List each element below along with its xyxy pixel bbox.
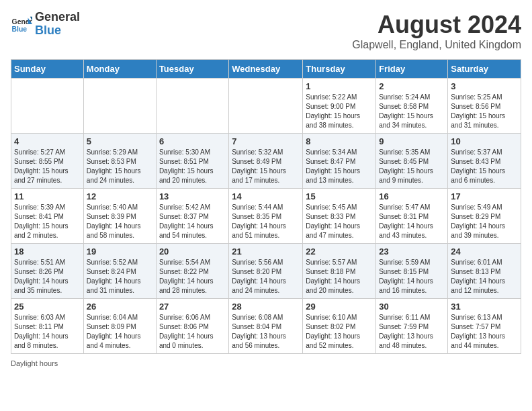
day-info: Sunrise: 5:29 AM Sunset: 8:53 PM Dayligh…: [87, 148, 153, 185]
day-number: 22: [306, 246, 373, 257]
day-info: Sunrise: 5:45 AM Sunset: 8:33 PM Dayligh…: [306, 203, 373, 240]
day-info: Sunrise: 5:35 AM Sunset: 8:45 PM Dayligh…: [379, 148, 445, 185]
calendar-week-2: 4Sunrise: 5:27 AM Sunset: 8:55 PM Daylig…: [11, 134, 521, 189]
day-number: 23: [379, 246, 445, 257]
calendar-cell: 1Sunrise: 5:22 AM Sunset: 9:00 PM Daylig…: [303, 79, 376, 134]
day-number: 25: [14, 302, 81, 312]
calendar-cell: 24Sunrise: 6:01 AM Sunset: 8:13 PM Dayli…: [448, 244, 521, 299]
day-number: 5: [87, 136, 153, 146]
calendar-cell: 27Sunrise: 6:06 AM Sunset: 8:06 PM Dayli…: [156, 299, 228, 354]
day-info: Sunrise: 5:59 AM Sunset: 8:15 PM Dayligh…: [379, 258, 445, 295]
day-number: 20: [159, 246, 226, 257]
title-block: August 2024 Glapwell, England, United Ki…: [352, 11, 521, 51]
day-number: 3: [451, 81, 518, 91]
svg-text:Blue: Blue: [12, 26, 28, 33]
calendar-week-4: 18Sunrise: 5:51 AM Sunset: 8:26 PM Dayli…: [11, 244, 521, 299]
day-info: Sunrise: 5:47 AM Sunset: 8:31 PM Dayligh…: [379, 203, 445, 240]
weekday-header-monday: Monday: [83, 60, 156, 79]
month-title: August 2024: [352, 11, 521, 39]
calendar-cell: 30Sunrise: 6:11 AM Sunset: 7:59 PM Dayli…: [376, 299, 448, 354]
day-number: 18: [14, 246, 81, 257]
location: Glapwell, England, United Kingdom: [352, 39, 521, 51]
day-info: Sunrise: 5:22 AM Sunset: 9:00 PM Dayligh…: [306, 93, 373, 130]
day-info: Sunrise: 5:57 AM Sunset: 8:18 PM Dayligh…: [306, 258, 373, 295]
day-number: 6: [159, 136, 226, 146]
calendar-cell: 20Sunrise: 5:54 AM Sunset: 8:22 PM Dayli…: [156, 244, 228, 299]
day-info: Sunrise: 6:06 AM Sunset: 8:06 PM Dayligh…: [159, 313, 226, 351]
calendar-cell: 25Sunrise: 6:03 AM Sunset: 8:11 PM Dayli…: [11, 299, 84, 354]
weekday-header-sunday: Sunday: [11, 60, 84, 79]
day-number: 12: [87, 191, 153, 201]
calendar-cell: 15Sunrise: 5:45 AM Sunset: 8:33 PM Dayli…: [303, 189, 376, 244]
calendar-cell: 6Sunrise: 5:30 AM Sunset: 8:51 PM Daylig…: [156, 134, 228, 189]
calendar-cell: 10Sunrise: 5:37 AM Sunset: 8:43 PM Dayli…: [448, 134, 521, 189]
calendar-cell: 5Sunrise: 5:29 AM Sunset: 8:53 PM Daylig…: [83, 134, 156, 189]
day-number: 7: [232, 136, 300, 146]
day-number: 2: [379, 81, 445, 91]
day-info: Sunrise: 6:08 AM Sunset: 8:04 PM Dayligh…: [232, 313, 300, 351]
calendar-header-row: SundayMondayTuesdayWednesdayThursdayFrid…: [11, 60, 521, 79]
day-info: Sunrise: 5:39 AM Sunset: 8:41 PM Dayligh…: [14, 203, 81, 240]
calendar-cell: 17Sunrise: 5:49 AM Sunset: 8:29 PM Dayli…: [448, 189, 521, 244]
footer-note: Daylight hours: [11, 359, 521, 367]
day-info: Sunrise: 5:54 AM Sunset: 8:22 PM Dayligh…: [159, 258, 226, 295]
day-info: Sunrise: 5:40 AM Sunset: 8:39 PM Dayligh…: [87, 203, 153, 240]
logo-line2: Blue: [35, 24, 80, 38]
day-info: Sunrise: 5:30 AM Sunset: 8:51 PM Dayligh…: [159, 148, 226, 185]
day-number: 9: [379, 136, 445, 146]
calendar-cell: 7Sunrise: 5:32 AM Sunset: 8:49 PM Daylig…: [229, 134, 303, 189]
day-number: 31: [451, 302, 518, 312]
day-info: Sunrise: 6:01 AM Sunset: 8:13 PM Dayligh…: [451, 258, 518, 295]
weekday-header-thursday: Thursday: [303, 60, 376, 79]
calendar-cell: 9Sunrise: 5:35 AM Sunset: 8:45 PM Daylig…: [376, 134, 448, 189]
day-info: Sunrise: 6:04 AM Sunset: 8:09 PM Dayligh…: [87, 313, 153, 351]
weekday-header-saturday: Saturday: [448, 60, 521, 79]
logo-icon: General Blue: [11, 13, 32, 35]
calendar-cell: 23Sunrise: 5:59 AM Sunset: 8:15 PM Dayli…: [376, 244, 448, 299]
day-info: Sunrise: 6:03 AM Sunset: 8:11 PM Dayligh…: [14, 313, 81, 351]
day-info: Sunrise: 6:10 AM Sunset: 8:02 PM Dayligh…: [306, 313, 373, 351]
day-number: 4: [14, 136, 81, 146]
calendar-cell: 13Sunrise: 5:42 AM Sunset: 8:37 PM Dayli…: [156, 189, 228, 244]
calendar-cell: 26Sunrise: 6:04 AM Sunset: 8:09 PM Dayli…: [83, 299, 156, 354]
day-number: 8: [306, 136, 373, 146]
day-info: Sunrise: 5:56 AM Sunset: 8:20 PM Dayligh…: [232, 258, 300, 295]
calendar-week-5: 25Sunrise: 6:03 AM Sunset: 8:11 PM Dayli…: [11, 299, 521, 354]
calendar-cell: 31Sunrise: 6:13 AM Sunset: 7:57 PM Dayli…: [448, 299, 521, 354]
calendar-cell: 19Sunrise: 5:52 AM Sunset: 8:24 PM Dayli…: [83, 244, 156, 299]
calendar-cell: 22Sunrise: 5:57 AM Sunset: 8:18 PM Dayli…: [303, 244, 376, 299]
logo-line1: General: [35, 11, 80, 24]
calendar-cell: 18Sunrise: 5:51 AM Sunset: 8:26 PM Dayli…: [11, 244, 84, 299]
calendar-cell: 2Sunrise: 5:24 AM Sunset: 8:58 PM Daylig…: [376, 79, 448, 134]
day-info: Sunrise: 5:32 AM Sunset: 8:49 PM Dayligh…: [232, 148, 300, 185]
calendar-week-3: 11Sunrise: 5:39 AM Sunset: 8:41 PM Dayli…: [11, 189, 521, 244]
calendar-cell: 28Sunrise: 6:08 AM Sunset: 8:04 PM Dayli…: [229, 299, 303, 354]
day-number: 11: [14, 191, 81, 201]
day-number: 19: [87, 246, 153, 257]
weekday-header-wednesday: Wednesday: [229, 60, 303, 79]
calendar-cell: 21Sunrise: 5:56 AM Sunset: 8:20 PM Dayli…: [229, 244, 303, 299]
calendar-cell: 12Sunrise: 5:40 AM Sunset: 8:39 PM Dayli…: [83, 189, 156, 244]
calendar-cell: 29Sunrise: 6:10 AM Sunset: 8:02 PM Dayli…: [303, 299, 376, 354]
day-info: Sunrise: 5:44 AM Sunset: 8:35 PM Dayligh…: [232, 203, 300, 240]
day-number: 29: [306, 302, 373, 312]
day-info: Sunrise: 6:11 AM Sunset: 7:59 PM Dayligh…: [379, 313, 445, 351]
day-number: 16: [379, 191, 445, 201]
day-number: 15: [306, 191, 373, 201]
day-number: 1: [306, 81, 373, 91]
day-number: 28: [232, 302, 300, 312]
day-number: 14: [232, 191, 300, 201]
calendar-cell: [229, 79, 303, 134]
day-number: 21: [232, 246, 300, 257]
calendar-cell: [11, 79, 84, 134]
day-info: Sunrise: 5:34 AM Sunset: 8:47 PM Dayligh…: [306, 148, 373, 185]
calendar-cell: 4Sunrise: 5:27 AM Sunset: 8:55 PM Daylig…: [11, 134, 84, 189]
daylight-hours-label: Daylight hours: [11, 359, 58, 367]
day-info: Sunrise: 5:49 AM Sunset: 8:29 PM Dayligh…: [451, 203, 518, 240]
day-number: 17: [451, 191, 518, 201]
calendar-cell: 16Sunrise: 5:47 AM Sunset: 8:31 PM Dayli…: [376, 189, 448, 244]
day-number: 27: [159, 302, 226, 312]
day-info: Sunrise: 5:24 AM Sunset: 8:58 PM Dayligh…: [379, 93, 445, 130]
logo: General Blue General Blue: [11, 11, 80, 38]
day-number: 13: [159, 191, 226, 201]
